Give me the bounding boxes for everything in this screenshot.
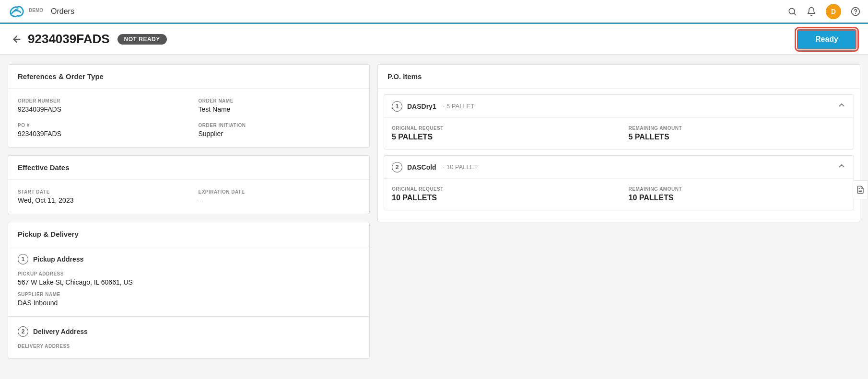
order-number-label: ORDER NUMBER [18, 98, 179, 103]
po-item-1-body: ORIGINAL REQUEST 5 PALLETS REMAINING AMO… [384, 118, 854, 149]
chevron-up-icon [837, 101, 846, 109]
ready-button[interactable]: Ready [797, 29, 856, 49]
effective-dates-body: START DATE Wed, Oct 11, 2023 EXPIRATION … [8, 180, 369, 214]
logo-area: DEMO [8, 3, 43, 20]
effective-dates-header: Effective Dates [8, 156, 369, 180]
delivery-title-text: Delivery Address [33, 328, 88, 335]
po-item-1-subtitle: · 5 PALLET [443, 103, 475, 110]
po-item-2-body: ORIGINAL REQUEST 10 PALLETS REMAINING AM… [384, 179, 854, 210]
order-name-field: ORDER NAME Test Name [199, 98, 360, 113]
po-item-2-name: DASCold [407, 163, 436, 171]
po-item-2-remaining-amount: REMAINING AMOUNT 10 PALLETS [629, 186, 846, 202]
po-items-card: P.O. Items 1 DASDry1 · 5 PALLET [377, 64, 860, 222]
po-item-1-collapse-button[interactable] [837, 101, 846, 112]
po-item-2-subtitle: · 10 PALLET [443, 163, 478, 171]
po-item-2: 2 DASCold · 10 PALLET ORIGINAL REQUES [384, 155, 854, 210]
po-item-2-header: 2 DASCold · 10 PALLET [384, 156, 854, 179]
svg-point-0 [789, 8, 795, 14]
po-item-1-original-request-value: 5 PALLETS [392, 133, 610, 141]
po-item-2-original-request-value: 10 PALLETS [392, 194, 610, 202]
pickup-address-value: 567 W Lake St, Chicago, IL 60661, US [18, 278, 360, 286]
po-item-1-original-request: ORIGINAL REQUEST 5 PALLETS [392, 126, 610, 141]
chevron-up-icon-2 [837, 161, 846, 170]
po-item-1-original-request-label: ORIGINAL REQUEST [392, 126, 610, 131]
right-column: P.O. Items 1 DASDry1 · 5 PALLET [377, 64, 860, 369]
user-button[interactable]: D [826, 4, 841, 19]
side-panel-button[interactable] [853, 180, 868, 199]
nav-icons: D [787, 4, 860, 19]
delivery-address-label: DELIVERY ADDRESS [18, 344, 360, 349]
nav-title: Orders [51, 7, 74, 16]
search-button[interactable] [787, 7, 797, 16]
pickup-address-title: 1 Pickup Address [18, 254, 360, 264]
supplier-name-field: SUPPLIER NAME DAS Inbound [18, 292, 360, 307]
po-items-header: P.O. Items [378, 65, 860, 89]
supplier-name-label: SUPPLIER NAME [18, 292, 360, 297]
references-card-body: ORDER NUMBER 9234039FADS ORDER NAME Test… [8, 89, 369, 147]
po-item-2-original-request: ORIGINAL REQUEST 10 PALLETS [392, 186, 610, 202]
search-icon [787, 7, 797, 16]
order-number-field: ORDER NUMBER 9234039FADS [18, 98, 179, 113]
po-item-2-title: 2 DASCold · 10 PALLET [392, 162, 478, 172]
back-arrow-icon [12, 34, 22, 45]
demo-label: DEMO [29, 8, 43, 13]
po-number-value: 9234039FADS [18, 130, 179, 138]
po-items-body: 1 DASDry1 · 5 PALLET ORIGINAL REQUEST [378, 89, 860, 222]
section-divider [8, 316, 369, 317]
back-button[interactable] [12, 34, 22, 45]
pickup-address-section: 1 Pickup Address PICKUP ADDRESS 567 W La… [8, 246, 369, 314]
delivery-address-fields: DELIVERY ADDRESS [18, 344, 360, 351]
order-initiation-value: Supplier [199, 130, 360, 138]
references-fields-grid: ORDER NUMBER 9234039FADS ORDER NAME Test… [18, 98, 360, 138]
left-column: References & Order Type ORDER NUMBER 923… [8, 64, 370, 369]
effective-dates-card: Effective Dates START DATE Wed, Oct 11, … [8, 155, 370, 214]
order-name-value: Test Name [199, 105, 360, 113]
order-number-value: 9234039FADS [18, 105, 179, 113]
order-number-title: 9234039FADS [28, 32, 110, 46]
logo-icon [8, 3, 25, 20]
po-number-label: PO # [18, 123, 179, 128]
delivery-circle-num: 2 [18, 326, 28, 337]
header-bar: 9234039FADS NOT READY Ready [0, 24, 868, 55]
order-initiation-field: ORDER INITIATION Supplier [199, 123, 360, 138]
order-name-label: ORDER NAME [199, 98, 360, 103]
po-item-1-remaining-amount-value: 5 PALLETS [629, 133, 846, 141]
start-date-label: START DATE [18, 189, 179, 195]
supplier-name-value: DAS Inbound [18, 299, 360, 307]
pickup-delivery-header: Pickup & Delivery [8, 222, 369, 246]
po-item-2-remaining-amount-value: 10 PALLETS [629, 194, 846, 202]
pickup-address-fields: PICKUP ADDRESS 567 W Lake St, Chicago, I… [18, 271, 360, 307]
svg-line-1 [794, 13, 796, 15]
delivery-address-field: DELIVERY ADDRESS [18, 344, 360, 351]
pickup-circle-num: 1 [18, 254, 28, 264]
po-item-1-remaining-amount: REMAINING AMOUNT 5 PALLETS [629, 126, 846, 141]
notifications-button[interactable] [807, 7, 816, 16]
references-card: References & Order Type ORDER NUMBER 923… [8, 64, 370, 148]
start-date-field: START DATE Wed, Oct 11, 2023 [18, 189, 179, 204]
main-content: References & Order Type ORDER NUMBER 923… [0, 55, 868, 379]
references-card-header: References & Order Type [8, 65, 369, 89]
po-item-1-num: 1 [392, 101, 402, 112]
expiration-date-label: EXPIRATION DATE [199, 189, 360, 195]
effective-dates-grid: START DATE Wed, Oct 11, 2023 EXPIRATION … [18, 189, 360, 204]
po-item-1-header: 1 DASDry1 · 5 PALLET [384, 95, 854, 118]
top-nav: DEMO Orders D [0, 0, 868, 24]
pickup-delivery-card: Pickup & Delivery 1 Pickup Address PICKU… [8, 222, 370, 359]
po-item-1-remaining-amount-label: REMAINING AMOUNT [629, 126, 846, 131]
delivery-address-section: 2 Delivery Address DELIVERY ADDRESS [8, 319, 369, 358]
document-icon [856, 185, 865, 194]
help-icon [851, 7, 860, 16]
start-date-value: Wed, Oct 11, 2023 [18, 196, 179, 204]
delivery-address-title: 2 Delivery Address [18, 326, 360, 337]
po-item-2-collapse-button[interactable] [837, 161, 846, 172]
expiration-date-field: EXPIRATION DATE – [199, 189, 360, 204]
help-button[interactable] [851, 7, 860, 16]
po-item-2-num: 2 [392, 162, 402, 172]
pickup-title-text: Pickup Address [33, 255, 83, 263]
order-initiation-label: ORDER INITIATION [199, 123, 360, 128]
pickup-address-label: PICKUP ADDRESS [18, 271, 360, 276]
po-number-field: PO # 9234039FADS [18, 123, 179, 138]
po-item-1-title: 1 DASDry1 · 5 PALLET [392, 101, 474, 112]
po-item-1: 1 DASDry1 · 5 PALLET ORIGINAL REQUEST [384, 94, 854, 149]
status-badge: NOT READY [117, 34, 167, 45]
